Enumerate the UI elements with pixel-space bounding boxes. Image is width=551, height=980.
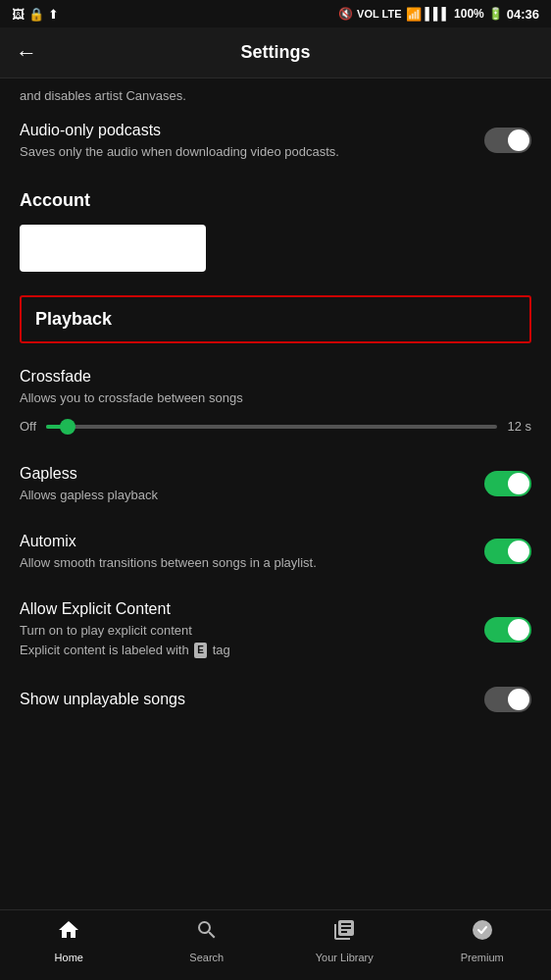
clipboard-icon: 🔒 — [28, 7, 44, 22]
back-button[interactable]: ← — [16, 40, 37, 66]
audio-only-podcasts-text: Audio-only podcasts Saves only the audio… — [20, 121, 484, 161]
gapless-label: Gapless — [20, 464, 469, 485]
status-right-icons: 🔇 VOL LTE 📶 ▌▌▌ 100% 🔋 04:36 — [338, 7, 539, 22]
toggle-knob — [508, 129, 529, 151]
premium-icon — [471, 918, 494, 948]
gapless-desc: Allows gapless playback — [20, 487, 469, 504]
svg-point-0 — [473, 920, 492, 940]
crossfade-off-label: Off — [20, 419, 36, 434]
audio-only-podcasts-setting: Audio-only podcasts Saves only the audio… — [0, 107, 551, 175]
automix-text: Automix Allow smooth transitions between… — [20, 532, 484, 572]
account-section-header: Account — [0, 175, 551, 221]
slider-thumb — [60, 419, 75, 435]
explicit-content-desc2: Explicit content is labeled with E tag — [20, 642, 469, 659]
automix-label: Automix — [20, 532, 469, 552]
upload-icon: ⬆ — [48, 7, 59, 22]
crossfade-value: 12 s — [507, 419, 531, 434]
crossfade-desc: Allows you to crossfade between songs — [20, 389, 531, 407]
battery-icon: 🔋 — [488, 7, 503, 21]
toggle-knob — [508, 541, 529, 562]
clock: 04:36 — [507, 7, 539, 22]
explicit-content-desc1: Turn on to play explicit content — [20, 622, 469, 640]
show-unplayable-toggle[interactable] — [484, 687, 531, 712]
gapless-toggle[interactable] — [484, 471, 531, 496]
search-icon — [195, 918, 219, 948]
show-unplayable-label: Show unplayable songs — [20, 690, 469, 710]
audio-only-podcasts-desc: Saves only the audio when downloading vi… — [20, 143, 469, 161]
show-unplayable-setting: Show unplayable songs — [0, 673, 551, 726]
audio-only-podcasts-toggle[interactable] — [484, 128, 531, 153]
library-icon — [332, 918, 356, 948]
slider-track — [46, 425, 497, 429]
automix-setting: Automix Allow smooth transitions between… — [0, 518, 551, 586]
bottom-nav: Home Search Your Library Premium — [0, 909, 551, 980]
toggle-knob — [508, 619, 529, 641]
network-icon: VOL LTE — [357, 8, 401, 20]
nav-item-premium[interactable]: Premium — [414, 918, 552, 963]
crossfade-label: Crossfade — [20, 367, 531, 387]
gapless-text: Gapless Allows gapless playback — [20, 464, 484, 504]
nav-item-home[interactable]: Home — [0, 918, 138, 963]
page-title: Settings — [240, 42, 310, 63]
home-icon — [57, 918, 80, 948]
mute-icon: 🔇 — [338, 7, 353, 21]
main-content: and disables artist Canvases. Audio-only… — [0, 78, 551, 909]
crossfade-setting: Crossfade Allows you to crossfade betwee… — [0, 353, 551, 407]
photo-icon: 🖼 — [12, 7, 25, 22]
status-bar: 🖼 🔒 ⬆ 🔇 VOL LTE 📶 ▌▌▌ 100% 🔋 04:36 — [0, 0, 551, 27]
status-left-icons: 🖼 🔒 ⬆ — [12, 7, 59, 22]
automix-toggle[interactable] — [484, 539, 531, 564]
settings-header: ← Settings — [0, 27, 551, 78]
explicit-content-text: Allow Explicit Content Turn on to play e… — [20, 599, 484, 659]
nav-item-search[interactable]: Search — [138, 918, 276, 963]
nav-item-library[interactable]: Your Library — [276, 918, 414, 963]
explicit-content-label: Allow Explicit Content — [20, 599, 469, 620]
home-nav-label: Home — [55, 952, 83, 963]
partial-canvas-text: and disables artist Canvases. — [0, 78, 551, 107]
playback-section-header: Playback — [20, 295, 531, 343]
crossfade-slider[interactable] — [46, 417, 497, 437]
search-nav-label: Search — [189, 952, 224, 963]
library-nav-label: Your Library — [316, 952, 374, 963]
wifi-icon: 📶 — [406, 7, 422, 22]
automix-desc: Allow smooth transitions between songs i… — [20, 554, 469, 572]
explicit-content-toggle[interactable] — [484, 617, 531, 643]
show-unplayable-text: Show unplayable songs — [20, 690, 484, 710]
explicit-tag: E — [194, 643, 207, 658]
account-box[interactable] — [20, 225, 206, 272]
battery-percent: 100% — [454, 7, 484, 21]
explicit-content-setting: Allow Explicit Content Turn on to play e… — [0, 586, 551, 673]
premium-nav-label: Premium — [461, 952, 504, 963]
toggle-knob — [508, 473, 529, 494]
toggle-knob — [508, 689, 529, 710]
signal-icon: ▌▌▌ — [426, 7, 451, 21]
crossfade-slider-row: Off 12 s — [0, 407, 551, 450]
gapless-setting: Gapless Allows gapless playback — [0, 450, 551, 518]
audio-only-podcasts-label: Audio-only podcasts — [20, 121, 469, 141]
